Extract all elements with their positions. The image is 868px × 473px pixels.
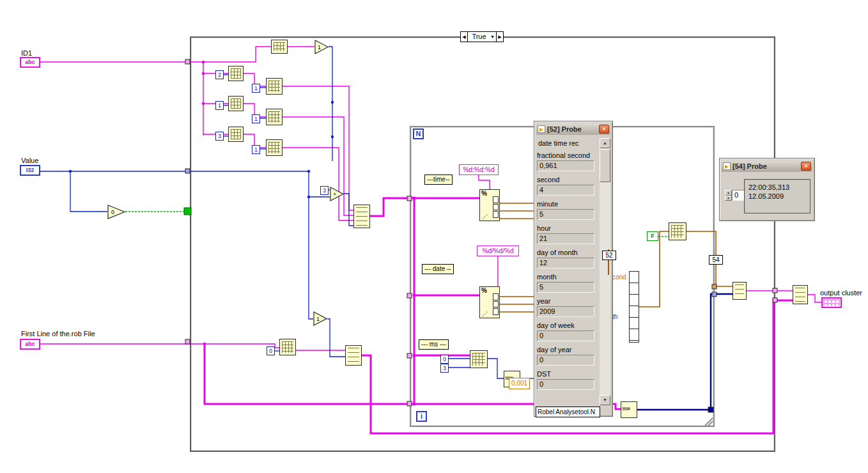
probe-field-row: hour21 xyxy=(537,224,600,248)
index-array-node-2[interactable] xyxy=(228,96,244,111)
numeric-constant[interactable]: 3 xyxy=(440,364,449,373)
probe-field-label: day of week xyxy=(537,321,600,330)
array-grid-icon xyxy=(231,68,241,79)
ms-scale-constant[interactable]: 0,001 xyxy=(509,378,530,389)
time-free-label[interactable]: ---time-- xyxy=(424,174,453,185)
probe52-title: [52] Probe xyxy=(547,125,597,133)
case-next-arrow-icon[interactable]: ▶ xyxy=(496,32,503,42)
numeric-constant[interactable]: 0 xyxy=(440,355,449,364)
index-array-node-1[interactable] xyxy=(228,66,244,81)
probe-field-row: day of week0 xyxy=(537,321,600,345)
case-dropdown-icon[interactable]: ▼ xyxy=(490,32,496,42)
probe-field-value: 4 xyxy=(537,185,594,196)
firstline-label: First Line of the.rob File xyxy=(21,330,95,337)
equal-to-zero-node[interactable]: 0 xyxy=(107,205,127,219)
numeric-constant[interactable]: 1 xyxy=(252,84,260,93)
date-format-constant[interactable]: %d/%d/%d xyxy=(477,245,519,256)
false-boolean-constant[interactable]: F xyxy=(647,231,658,241)
string-to-number-node-2[interactable]: 999# xyxy=(621,401,637,418)
bundle-by-name-node[interactable] xyxy=(629,271,639,343)
probe54-spinner[interactable]: ▲ ▼ xyxy=(725,190,732,201)
svg-text:1: 1 xyxy=(316,316,320,322)
numeric-constant[interactable]: 3 xyxy=(320,186,329,195)
probe-field-label: minute xyxy=(537,199,600,209)
probe-field-row: DST0 xyxy=(537,369,600,394)
numeric-constant[interactable]: 1 xyxy=(252,145,260,154)
output-cluster-label: output cluster xyxy=(820,289,862,297)
scroll-up-button[interactable]: ▲ xyxy=(600,138,610,148)
increment-node[interactable]: 1 xyxy=(313,311,328,326)
numeric-constant[interactable]: 3 xyxy=(215,132,224,141)
scan-outputs-icon xyxy=(493,196,499,218)
build-array-node-1[interactable] xyxy=(353,205,370,228)
scan-dots-icon: ⋰ xyxy=(482,213,488,220)
output-cluster-terminal[interactable] xyxy=(821,297,842,308)
probe-field-value: 0 xyxy=(537,379,594,390)
probe-field-value: 12 xyxy=(537,258,594,268)
probe52-close-button[interactable]: ✕ xyxy=(599,125,609,134)
case-selector-value: True xyxy=(468,32,490,42)
probe-field-row: second4 xyxy=(537,175,600,199)
firstline-string-terminal[interactable]: abc xyxy=(20,339,40,350)
scroll-down-button[interactable]: ▼ xyxy=(600,395,610,405)
percent-icon: % xyxy=(481,190,487,197)
value-i32-terminal[interactable]: I32 xyxy=(20,165,40,176)
array-to-cluster-node[interactable] xyxy=(793,285,808,304)
probe52-display-name: date time rec xyxy=(538,139,579,147)
probe54-date-text: 12.05.2009 xyxy=(748,192,810,201)
array-grid-icon xyxy=(268,142,280,153)
add-node[interactable]: + xyxy=(330,187,345,201)
svg-text:1: 1 xyxy=(318,44,321,50)
probe-field-value: 0,961 xyxy=(537,160,594,171)
id1-string-terminal[interactable]: abc xyxy=(20,57,40,68)
svg-text:+: + xyxy=(333,191,336,198)
case-prev-arrow-icon[interactable]: ◀ xyxy=(461,32,468,42)
numeric-constant[interactable]: 1 xyxy=(252,114,260,123)
probe-marker-54[interactable]: 54 xyxy=(709,255,723,265)
cluster-convert-node[interactable] xyxy=(732,282,747,300)
scan-from-string-node-date[interactable]: % ⋰ xyxy=(479,286,500,318)
numeric-constant[interactable]: 2 xyxy=(215,70,224,79)
scan-from-string-node-time[interactable]: % ⋰ xyxy=(479,189,500,221)
time-format-constant[interactable]: %d:%d:%d xyxy=(459,164,499,175)
array-grid-icon xyxy=(472,353,485,366)
array-node-top[interactable] xyxy=(271,40,288,54)
index-array-node-5[interactable] xyxy=(669,222,686,240)
probe-field-label: fractional second xyxy=(537,151,600,160)
probe-field-label: day of year xyxy=(537,345,600,355)
loop-count-terminal[interactable]: N xyxy=(413,128,424,139)
replace-array-subset-node-1[interactable] xyxy=(266,78,283,95)
date-free-label[interactable]: --- date -- xyxy=(422,264,454,274)
spin-down-icon[interactable]: ▼ xyxy=(725,196,732,201)
array-grid-icon xyxy=(231,129,241,139)
string-subset-node[interactable] xyxy=(470,350,488,368)
convert-triangle-node[interactable]: 1 xyxy=(314,40,329,54)
cluster-pattern-icon xyxy=(823,299,840,306)
spin-up-icon[interactable]: ▲ xyxy=(725,190,732,196)
probe54-titlebar[interactable]: [54] Probe ✕ xyxy=(722,160,812,172)
id1-label: ID1 xyxy=(21,49,32,57)
case-selector[interactable]: ◀ True ▼ ▶ xyxy=(460,31,504,42)
loop-iteration-terminal[interactable]: i xyxy=(416,411,427,422)
scroll-thumb[interactable] xyxy=(600,149,610,182)
replace-array-subset-node-3[interactable] xyxy=(266,139,283,156)
probe54-title: [54] Probe xyxy=(732,162,799,170)
replace-array-subset-node-2[interactable] xyxy=(266,109,283,125)
probe-window-52[interactable]: [52] Probe ✕ date time rec fractional se… xyxy=(534,121,613,417)
numeric-constant[interactable]: 0 xyxy=(267,346,275,355)
to-number-icon: 999# xyxy=(622,407,630,411)
index-array-node-4[interactable] xyxy=(279,339,296,355)
probe52-path-field[interactable]: Robel Analysetool.N xyxy=(536,407,600,417)
ms-free-label[interactable]: --- ms --- xyxy=(419,339,449,350)
scan-dots-icon: ⋰ xyxy=(482,311,488,317)
index-array-node-3[interactable] xyxy=(228,127,244,142)
probe-window-54[interactable]: [54] Probe ✕ ▲ ▼ 0 22:00:35,313 12.05.20… xyxy=(719,158,815,221)
build-array-node-2[interactable] xyxy=(345,345,362,366)
numeric-constant[interactable]: 1 xyxy=(215,101,224,110)
array-grid-icon xyxy=(274,42,285,51)
probe54-close-button[interactable]: ✕ xyxy=(801,162,811,171)
probe54-timestamp-display: 22:00:35,313 12.05.2009 xyxy=(744,179,810,213)
probe-marker-52[interactable]: 52 xyxy=(602,251,616,260)
probe-field-row: fractional second0,961 xyxy=(537,151,600,175)
probe52-titlebar[interactable]: [52] Probe ✕ xyxy=(536,123,610,135)
